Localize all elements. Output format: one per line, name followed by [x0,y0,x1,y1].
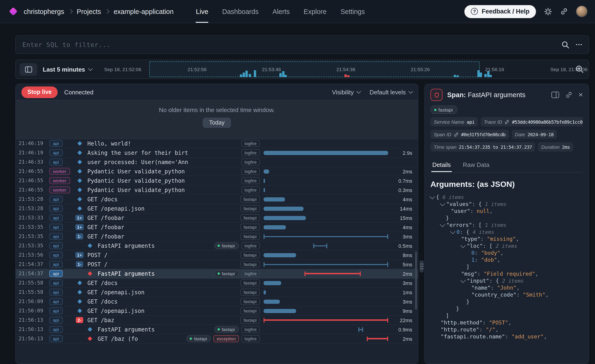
tab-alerts[interactable]: Alerts [272,0,290,23]
json-line: "http.method": "POST", [431,319,583,326]
share-link-icon[interactable] [560,7,568,15]
log-row[interactable]: 21:56:13apiFastAPI argumentsfastapilogfi… [16,325,418,334]
timeline[interactable]: Sep 18, 21:52:0621:52:5621:53:4621:54:36… [16,60,588,79]
row-timestamp: 21:46:33 [19,159,46,165]
log-row[interactable]: 21:53:35api1-GET /foobarfastapi3ms [16,232,418,241]
tab-live[interactable]: Live [196,0,208,23]
zoom-in-icon[interactable] [575,65,584,73]
log-row[interactable]: 21:46:19apiHello, world!logfire [16,139,418,148]
expand-collapse-badge[interactable]: 1- [76,233,84,239]
today-button[interactable]: Today [203,118,231,128]
error-diamond-icon [87,271,92,276]
log-row[interactable]: 21:54:37api1-POST /fastapi5ms [16,260,418,269]
copy-link-icon[interactable] [565,91,573,99]
caret-down-icon[interactable] [440,201,445,206]
meta-chip-service-name: Service Nameapi [431,117,478,127]
theme-toggle-icon[interactable] [544,7,552,15]
log-row[interactable]: 21:54:37apiFastAPI argumentsfastapilogfi… [16,269,418,278]
stop-live-button[interactable]: Stop live [21,86,58,98]
detail-tab-raw-data[interactable]: Raw Data [462,158,490,172]
detail-tab-details[interactable]: Details [431,158,452,172]
log-row[interactable]: 21:46:55workerPydantic User validate_pyt… [16,186,418,195]
log-row[interactable]: 21:53:35api1+GET /foobarfastapi4ms [16,223,418,232]
scope-tag-fastapi: fastapi [240,279,260,286]
layout-columns-icon[interactable] [551,92,559,98]
row-timestamp: 21:55:58 [19,289,46,295]
row-duration: 15ms [388,215,418,221]
overflow-menu-icon[interactable] [576,44,582,45]
json-line: "errors": [1 items [431,222,583,229]
log-row[interactable]: 21:56:09apiGET /docsfastapi3ms [16,297,418,306]
log-row[interactable]: 21:56:09apiGET /openapi.jsonfastapi9ms [16,306,418,316]
log-row[interactable]: 21:56:13api2-GET /bazfastapi22ms [16,316,418,325]
meta-chip-trace-id[interactable]: Trace ID#53ddc40980a86b57bfe89c1cc01c752… [481,117,583,127]
breadcrumb-item[interactable]: Projects [77,8,101,15]
caret-down-icon[interactable] [440,222,445,227]
log-row[interactable]: 21:46:33apiuser processed: User(name='An… [16,157,418,167]
log-row[interactable]: 21:56:13apiGET /baz (fofastapiexceptionl… [16,334,418,343]
log-row[interactable]: 21:46:55workerPydantic User validate_pyt… [16,167,418,176]
nav-right: ? Feedback / Help [464,5,588,18]
breadcrumb-item[interactable]: christophergs [24,8,64,15]
tab-settings[interactable]: Settings [340,0,365,23]
caret-down-icon[interactable] [460,278,466,283]
row-timestamp: 21:56:09 [19,299,46,305]
row-message: Pydantic User validate_python [87,168,238,175]
row-message: GET /baz (fo [98,335,183,342]
service-tag-api: api [49,289,63,296]
log-row[interactable]: 21:53:28apiGET /docsfastapi4ms [16,195,418,204]
row-message: GET /foobar [87,224,237,230]
tab-dashboards[interactable]: Dashboards [222,0,258,23]
log-row[interactable]: 21:53:35apiFastAPI argumentsfastapilogfi… [16,241,418,250]
log-row[interactable]: 21:53:56api1+POST /fastapi8ms [16,250,418,260]
caret-down-icon[interactable] [450,229,455,234]
log-row[interactable]: 21:55:58apiGET /docsfastapi3ms [16,278,418,288]
feedback-help-button[interactable]: ? Feedback / Help [464,5,536,18]
drag-handle[interactable] [419,260,424,272]
logfire-logo-icon[interactable] [9,7,18,16]
info-diamond-icon [77,299,82,304]
error-shield-icon [431,89,443,101]
detail-header: Span: FastAPI arguments × [431,89,583,101]
caret-down-icon[interactable] [430,194,435,199]
meta-chip-span-id[interactable]: Span ID#0e31f5fd70e08cdb [431,130,509,139]
histogram-bar [344,74,347,77]
scrollbar-thumb[interactable] [415,251,417,310]
log-row[interactable]: 21:53:33api1+GET /foobarfastapi15ms [16,213,418,223]
log-row[interactable]: 21:46:55workerPydantic User validate_pyt… [16,176,418,186]
search-icon[interactable] [561,41,569,49]
row-message: Hello, world! [87,140,238,147]
info-diamond-icon [77,188,82,192]
breadcrumb-item[interactable]: example-application [114,8,174,15]
duration-bar [305,271,361,276]
histogram-bar [245,71,248,77]
user-avatar[interactable] [576,6,588,17]
expand-collapse-badge[interactable]: 1+ [75,252,84,258]
scope-tag-fastapi: fastapi [187,335,211,342]
sql-filter-input[interactable]: Enter SQL to filter... [15,35,589,54]
close-icon[interactable]: × [579,91,583,99]
row-duration: 2ms [388,169,418,174]
visibility-dropdown[interactable]: Visibility [332,89,360,96]
json-line: "fastapi.route.name": "add_user", [431,333,583,340]
empty-notice-strip: No older items in the selected time wind… [16,100,418,139]
scope-tag-fastapi: fastapi [240,307,260,314]
log-row[interactable]: 21:53:28apiGET /openapi.jsonfastapi14ms [16,204,418,213]
tab-explore[interactable]: Explore [304,0,326,23]
expand-collapse-badge[interactable]: 1- [76,261,84,267]
duration-bar [263,225,286,229]
json-line: } [431,215,583,222]
json-line: 0: "body", [431,250,583,257]
row-duration: 9ms [388,308,418,314]
caret-down-icon[interactable] [460,243,466,248]
default-levels-dropdown[interactable]: Default levels [369,89,412,96]
expand-collapse-badge[interactable]: 1+ [75,224,84,230]
info-diamond-icon [77,290,82,294]
expand-collapse-badge[interactable]: 1+ [75,215,84,221]
log-row[interactable]: 21:46:19apiAsking the user for their bir… [16,148,418,157]
timeline-tick-label: 21:52:56 [188,66,207,72]
duration-bar [263,234,388,239]
log-row[interactable]: 21:55:58apiGET /openapi.jsonfastapi1ms [16,288,418,297]
expand-collapse-badge[interactable]: 2- [76,317,84,323]
service-tag-api: api [49,279,63,286]
